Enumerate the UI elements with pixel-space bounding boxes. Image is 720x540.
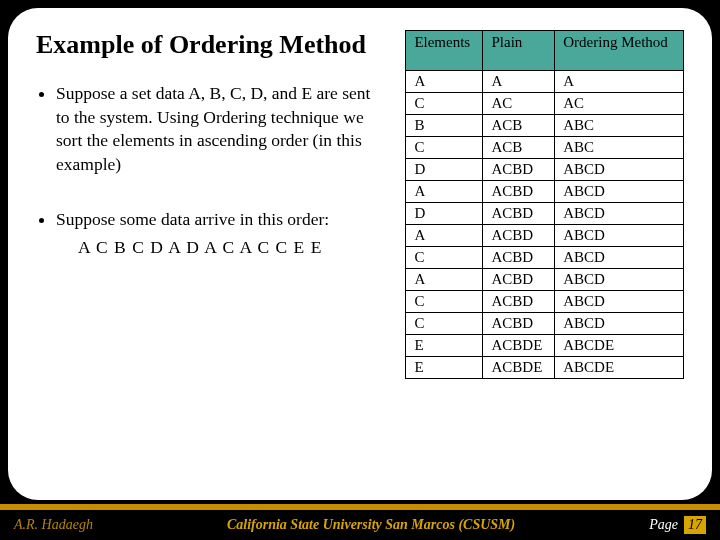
table-cell: C xyxy=(406,93,483,115)
footer-author: A.R. Hadaegh xyxy=(14,517,93,533)
table-row: DACBDABCD xyxy=(406,203,684,225)
table-header-row: Elements Plain Ordering Method xyxy=(406,31,684,71)
table-cell: ACBDE xyxy=(483,335,555,357)
table-cell: ACBD xyxy=(483,313,555,335)
table-cell: AC xyxy=(555,93,684,115)
footer-bar: A.R. Hadaegh California State University… xyxy=(0,510,720,540)
footer-page-label: Page xyxy=(649,517,678,533)
table-cell: ABCD xyxy=(555,269,684,291)
table-cell: ACBD xyxy=(483,203,555,225)
table-cell: A xyxy=(555,71,684,93)
table-cell: ACBD xyxy=(483,291,555,313)
table-cell: E xyxy=(406,357,483,379)
table-cell: A xyxy=(483,71,555,93)
table-cell: ABCDE xyxy=(555,335,684,357)
table-row: AACBDABCD xyxy=(406,181,684,203)
table-cell: A xyxy=(406,71,483,93)
table-row: CACBABC xyxy=(406,137,684,159)
table-row: AACBDABCD xyxy=(406,269,684,291)
table-cell: ABCD xyxy=(555,181,684,203)
table-cell: C xyxy=(406,313,483,335)
table-row: AAA xyxy=(406,71,684,93)
table-cell: ACBD xyxy=(483,247,555,269)
table-cell: ABCD xyxy=(555,159,684,181)
table-cell: ACB xyxy=(483,115,555,137)
table-cell: ACBD xyxy=(483,159,555,181)
bullet-2-sequence: A C B C D A D A C A C C E E xyxy=(78,236,387,260)
table-row: CACAC xyxy=(406,93,684,115)
table-cell: ACBD xyxy=(483,225,555,247)
table-row: CACBDABCD xyxy=(406,247,684,269)
table-cell: ABC xyxy=(555,137,684,159)
table-cell: D xyxy=(406,159,483,181)
bullet-list: Suppose a set data A, B, C, D, and E are… xyxy=(36,82,387,292)
slide-title: Example of Ordering Method xyxy=(36,30,387,60)
table-cell: D xyxy=(406,203,483,225)
col-header-plain: Plain xyxy=(483,31,555,71)
left-column: Example of Ordering Method Suppose a set… xyxy=(36,30,387,482)
bullet-2: Suppose some data arrive in this order: … xyxy=(56,208,387,259)
table-body: AAACACACBACBABCCACBABCDACBDABCDAACBDABCD… xyxy=(406,71,684,379)
footer-center: California State University San Marcos (… xyxy=(93,517,649,533)
table-cell: ABC xyxy=(555,115,684,137)
table-row: EACBDEABCDE xyxy=(406,335,684,357)
table-row: DACBDABCD xyxy=(406,159,684,181)
data-table: Elements Plain Ordering Method AAACACACB… xyxy=(405,30,684,379)
table-cell: C xyxy=(406,291,483,313)
table-row: BACBABC xyxy=(406,115,684,137)
table-cell: ABCD xyxy=(555,203,684,225)
table-row: EACBDEABCDE xyxy=(406,357,684,379)
table-row: CACBDABCD xyxy=(406,313,684,335)
table-cell: ABCD xyxy=(555,225,684,247)
footer-right: Page 17 xyxy=(649,516,706,534)
table-cell: ACBD xyxy=(483,181,555,203)
table-cell: ABCD xyxy=(555,313,684,335)
footer-accent xyxy=(0,504,720,510)
table-cell: A xyxy=(406,225,483,247)
bullet-1: Suppose a set data A, B, C, D, and E are… xyxy=(56,82,387,177)
footer-page-number: 17 xyxy=(684,516,706,534)
table-cell: A xyxy=(406,181,483,203)
table-row: CACBDABCD xyxy=(406,291,684,313)
table-cell: ACBDE xyxy=(483,357,555,379)
table-cell: ACBD xyxy=(483,269,555,291)
col-header-ordering: Ordering Method xyxy=(555,31,684,71)
table-cell: A xyxy=(406,269,483,291)
table-cell: E xyxy=(406,335,483,357)
table-cell: C xyxy=(406,247,483,269)
table-row: AACBDABCD xyxy=(406,225,684,247)
columns: Example of Ordering Method Suppose a set… xyxy=(36,30,684,482)
col-header-elements: Elements xyxy=(406,31,483,71)
table-cell: B xyxy=(406,115,483,137)
table-cell: ACB xyxy=(483,137,555,159)
bullet-2-intro: Suppose some data arrive in this order: xyxy=(56,209,329,229)
table-cell: ABCDE xyxy=(555,357,684,379)
table-cell: C xyxy=(406,137,483,159)
table-cell: AC xyxy=(483,93,555,115)
table-cell: ABCD xyxy=(555,291,684,313)
slide-body: Example of Ordering Method Suppose a set… xyxy=(8,8,712,500)
table-cell: ABCD xyxy=(555,247,684,269)
right-column: Elements Plain Ordering Method AAACACACB… xyxy=(405,30,684,482)
